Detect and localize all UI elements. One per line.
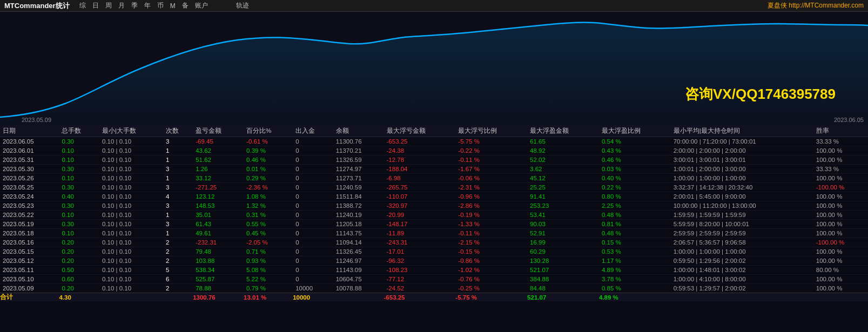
cell-max-float-loss: -148.17 <box>384 220 456 229</box>
cell-max-float-profit-pct: 0.22 % <box>599 183 671 192</box>
cell-count: 3 <box>163 183 193 192</box>
nav-日[interactable]: 日 <box>89 1 102 10</box>
cell-date: 2023.05.19 <box>0 220 59 229</box>
nav-M[interactable]: M <box>167 2 179 10</box>
cell-min-max-lots: 0.10 | 0.10 <box>99 137 163 146</box>
cell-pnl-pct: 0.31 % <box>244 211 293 220</box>
summary-pnl: 1300.76 <box>193 293 244 302</box>
cell-pnl-pct: 0.29 % <box>244 174 293 183</box>
cell-count: 1 <box>163 229 193 238</box>
nav-年[interactable]: 年 <box>141 1 154 10</box>
cell-balance: 11143.75 <box>333 229 384 238</box>
cell-date: 2023.05.30 <box>0 165 59 174</box>
cell-hold-time: 2:00:00 | 2:00:00 | 2:00:00 <box>671 146 813 155</box>
summary-label: 合计 <box>0 293 59 302</box>
cell-max-float-loss: -96.32 <box>384 256 456 266</box>
summary-max-float-profit-pct: 4.89 % <box>599 293 671 302</box>
cell-hold-time: 70:00:00 | 71:20:00 | 73:00:01 <box>671 137 813 146</box>
cell-count: 2 <box>163 256 193 266</box>
cell-total-lots: 0.20 <box>59 256 99 266</box>
cell-total-lots: 0.20 <box>59 247 99 256</box>
nav-季[interactable]: 季 <box>128 1 141 10</box>
cell-max-float-profit-pct: 0.15 % <box>599 238 671 247</box>
table-row: 2023.05.11 0.50 0.10 | 0.10 5 538.34 5.0… <box>0 266 868 275</box>
cell-date: 2023.05.22 <box>0 211 59 220</box>
cell-hold-time: 2:59:59 | 2:59:59 | 2:59:59 <box>671 229 813 238</box>
cell-hold-time: 3:00:01 | 3:00:01 | 3:00:01 <box>671 155 813 165</box>
cell-hold-time: 10:00:00 | 11:20:00 | 13:00:00 <box>671 201 813 211</box>
summary-min-max-lots <box>99 293 163 302</box>
nav-月[interactable]: 月 <box>115 1 128 10</box>
cell-count: 2 <box>163 238 193 247</box>
cell-pnl: 43.62 <box>193 146 244 155</box>
cell-date: 2023.05.16 <box>0 238 59 247</box>
contact-text: 咨询VX/QQ1746395789 <box>685 85 836 104</box>
cell-deposit: 0 <box>293 238 333 247</box>
col-header-count: 次数 <box>163 125 193 137</box>
table-row: 2023.06.01 0.10 0.10 | 0.10 1 43.62 0.39… <box>0 146 868 155</box>
cell-pnl: 103.88 <box>193 256 244 266</box>
nav-综[interactable]: 综 <box>76 1 89 10</box>
cell-min-max-lots: 0.10 | 0.10 <box>99 201 163 211</box>
cell-win-rate: 100.00 % <box>813 201 868 211</box>
cell-max-float-profit: 52.91 <box>527 229 599 238</box>
table-row: 2023.06.05 0.30 0.10 | 0.10 3 -69.45 -0.… <box>0 137 868 146</box>
cell-pnl: -271.25 <box>193 183 244 192</box>
cell-pnl: -69.45 <box>193 137 244 146</box>
cell-max-float-loss: -188.04 <box>384 165 456 174</box>
cell-max-float-loss-pct: -0.96 % <box>455 192 527 201</box>
summary-row: 合计 4.30 1300.76 13.01 % 10000 -653.25 -5… <box>0 293 868 302</box>
cell-hold-time: 1:59:59 | 1:59:59 | 1:59:59 <box>671 211 813 220</box>
col-header-pnl-pct: 百分比% <box>244 125 293 137</box>
cell-max-float-profit-pct: 1.17 % <box>599 256 671 266</box>
cell-pnl-pct: -2.36 % <box>244 183 293 192</box>
col-header-hold-time: 最小平均|最大持仓时间 <box>671 125 813 137</box>
cell-pnl: 525.87 <box>193 275 244 284</box>
summary-deposit: 10000 <box>293 293 333 302</box>
cell-max-float-profit: 130.28 <box>527 256 599 266</box>
table-row: 2023.05.23 0.30 0.10 | 0.10 3 148.53 1.3… <box>0 201 868 211</box>
nav-周[interactable]: 周 <box>102 1 115 10</box>
nav-账户[interactable]: 账户 <box>192 1 211 10</box>
app-title: MTCommander统计 <box>4 1 70 11</box>
cell-pnl: 1.26 <box>193 165 244 174</box>
table-row: 2023.05.31 0.10 0.10 | 0.10 1 51.62 0.46… <box>0 155 868 165</box>
cell-max-float-loss-pct: -2.31 % <box>455 183 527 192</box>
col-header-max-float-loss: 最大浮亏金额 <box>384 125 456 137</box>
cell-win-rate: 100.00 % <box>813 275 868 284</box>
cell-deposit: 0 <box>293 256 333 266</box>
cell-balance: 11240.19 <box>333 211 384 220</box>
cell-min-max-lots: 0.10 | 0.10 <box>99 256 163 266</box>
cell-max-float-loss-pct: -0.11 % <box>455 229 527 238</box>
table-row: 2023.05.12 0.20 0.10 | 0.10 2 103.88 0.9… <box>0 256 868 266</box>
cell-win-rate: 80.00 % <box>813 266 868 275</box>
cell-max-float-profit: 84.48 <box>527 284 599 293</box>
summary-hold-time <box>671 293 813 302</box>
col-header-max-float-profit-pct: 最大浮盈比例 <box>599 125 671 137</box>
cell-deposit: 10000 <box>293 284 333 293</box>
cell-pnl-pct: 0.45 % <box>244 229 293 238</box>
nav-轨迹[interactable]: 轨迹 <box>233 1 252 10</box>
cell-max-float-profit-pct: 4.89 % <box>599 266 671 275</box>
cell-date: 2023.06.01 <box>0 146 59 155</box>
cell-max-float-loss: -11.89 <box>384 229 456 238</box>
cell-date: 2023.05.26 <box>0 174 59 183</box>
cell-win-rate: -100.00 % <box>813 183 868 192</box>
cell-deposit: 0 <box>293 229 333 238</box>
cell-count: 1 <box>163 174 193 183</box>
cell-balance: 11274.97 <box>333 165 384 174</box>
header-right: 夏盘侠 http://MTCommander.com <box>768 1 864 10</box>
nav-币[interactable]: 币 <box>154 1 167 10</box>
cell-balance: 11370.21 <box>333 146 384 155</box>
cell-hold-time: 1:00:00 | 1:00:00 | 1:00:00 <box>671 174 813 183</box>
cell-max-float-loss-pct: -0.76 % <box>455 275 527 284</box>
cell-win-rate: 100.00 % <box>813 192 868 201</box>
cell-win-rate: 100.00 % <box>813 229 868 238</box>
nav-备[interactable]: 备 <box>179 1 192 10</box>
cell-deposit: 0 <box>293 201 333 211</box>
cell-max-float-profit-pct: 3.78 % <box>599 275 671 284</box>
cell-total-lots: 0.50 <box>59 266 99 275</box>
cell-max-float-profit: 3.62 <box>527 165 599 174</box>
summary-count <box>163 293 193 302</box>
table-row: 2023.05.09 0.20 0.10 | 0.10 2 78.88 0.79… <box>0 284 868 293</box>
